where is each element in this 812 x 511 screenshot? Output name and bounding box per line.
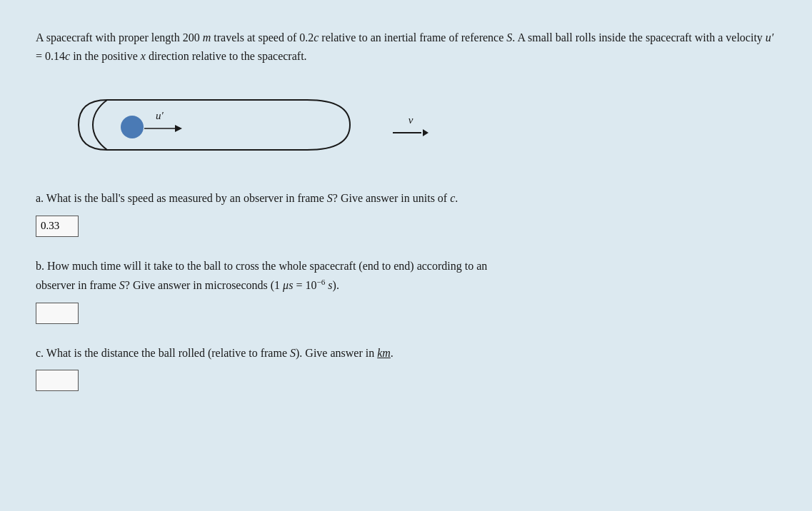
answer-input-c[interactable] (36, 370, 79, 391)
v-label: v (408, 114, 413, 126)
question-b-text: b. How much time will it take to the bal… (36, 257, 776, 295)
question-a-text: a. What is the ball's speed as measured … (36, 189, 776, 208)
u-prime-diagram-label: u′ (156, 110, 164, 121)
c-unit-1: c (314, 31, 319, 44)
q-c-unit: km (377, 347, 391, 359)
spacecraft-diagram: u′ (64, 82, 371, 168)
diagram-container: u′ v (64, 82, 776, 168)
velocity-arrow: v (393, 114, 428, 136)
answer-input-b[interactable] (36, 303, 79, 324)
question-b: b. How much time will it take to the bal… (36, 257, 776, 324)
arrow-shaft (393, 132, 421, 133)
c-unit-2: c (65, 50, 70, 62)
q-b-frame: S (119, 279, 125, 291)
svg-marker-3 (175, 125, 182, 132)
q-a-label: a. What is the ball's speed as measured … (36, 192, 458, 204)
question-c-text: c. What is the distance the ball rolled … (36, 344, 776, 363)
q-b-mu: μs (283, 279, 293, 291)
page-container: A spacecraft with proper length 200 m tr… (14, 14, 798, 425)
unit-m: m (203, 31, 211, 44)
q-c-frame: S (290, 347, 296, 359)
x-var: x (141, 50, 146, 62)
question-c: c. What is the distance the ball rolled … (36, 344, 776, 391)
answer-input-a[interactable] (36, 216, 79, 237)
problem-intro: A spacecraft with proper length 200 m tr… (36, 29, 776, 65)
q-a-unit: c (450, 192, 455, 204)
v-arrow-line (393, 129, 428, 136)
q-a-frame: S (327, 192, 333, 204)
question-a: a. What is the ball's speed as measured … (36, 189, 776, 236)
frame-s-label: S (506, 31, 512, 44)
arrow-head (423, 129, 428, 136)
u-prime-label: u′ (766, 31, 774, 44)
ball (121, 116, 144, 138)
